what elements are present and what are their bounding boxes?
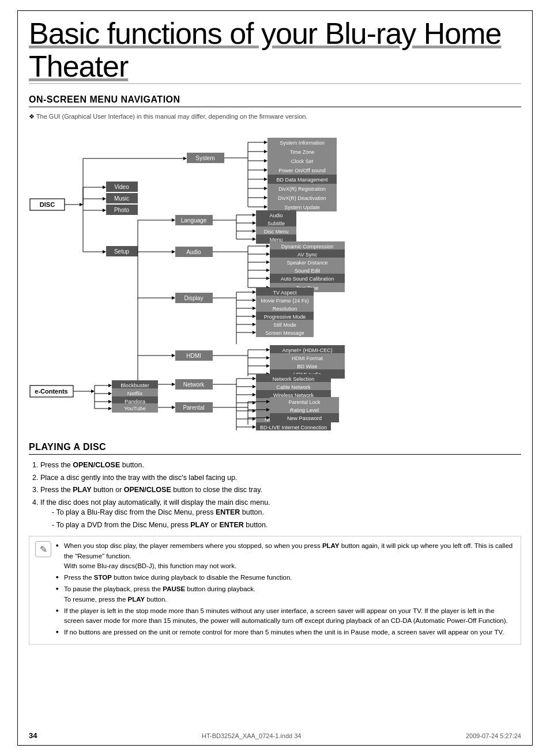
svg-marker-230 (108, 384, 112, 387)
svg-marker-124 (253, 290, 256, 294)
svg-marker-65 (172, 218, 175, 222)
svg-text:AV Sync: AV Sync (297, 252, 317, 258)
svg-text:Subtitle: Subtitle (268, 221, 285, 226)
playing-disc-section: PLAYING A DISC Press the OPEN/CLOSE butt… (29, 442, 521, 644)
svg-text:Screen Message: Screen Message (265, 330, 304, 336)
svg-marker-51 (264, 187, 268, 190)
svg-marker-136 (253, 315, 256, 318)
svg-text:Video: Video (114, 184, 129, 190)
on-screen-nav-section: ON-SCREEN MENU NAVIGATION ❖ The GUI (Gra… (29, 94, 521, 430)
svg-marker-144 (253, 331, 256, 334)
svg-text:Sound Edit: Sound Edit (295, 268, 321, 274)
svg-marker-31 (264, 141, 268, 144)
svg-text:Parental: Parental (183, 405, 204, 411)
svg-marker-227 (91, 390, 95, 393)
svg-marker-105 (266, 269, 270, 272)
svg-marker-97 (266, 252, 270, 256)
svg-marker-178 (253, 377, 256, 380)
svg-marker-109 (266, 277, 270, 280)
svg-text:System: System (195, 155, 214, 161)
note-3: To pause the playback, press the PAUSE b… (56, 584, 515, 604)
svg-text:Speaker Distance: Speaker Distance (287, 260, 327, 266)
notes-content: When you stop disc play, the player reme… (56, 541, 515, 639)
svg-text:Progressive Mode: Progressive Mode (264, 314, 306, 320)
svg-marker-132 (253, 307, 256, 310)
svg-text:Photo: Photo (114, 207, 130, 213)
svg-marker-186 (253, 393, 256, 396)
substep-dvd: To play a DVD from the Disc Menu, press … (52, 520, 521, 531)
svg-marker-234 (108, 392, 112, 395)
svg-marker-20 (103, 250, 106, 254)
svg-marker-149 (172, 354, 175, 357)
notes-list: When you stop disc play, the player reme… (56, 541, 515, 637)
step-2: Place a disc gently into the tray with t… (40, 473, 521, 483)
svg-marker-101 (266, 260, 270, 264)
svg-marker-202 (253, 425, 256, 429)
svg-text:Dynamic Compression: Dynamic Compression (281, 244, 334, 250)
svg-marker-43 (264, 168, 268, 172)
svg-marker-242 (108, 407, 112, 410)
svg-text:Anynet+ (HDMI-CEC): Anynet+ (HDMI-CEC) (282, 347, 333, 353)
svg-text:Clock Set: Clock Set (291, 158, 314, 164)
svg-marker-25 (183, 157, 187, 160)
svg-text:Resolution: Resolution (273, 306, 297, 312)
svg-marker-47 (264, 177, 268, 181)
page-number: 34 (29, 731, 37, 740)
svg-marker-60 (264, 205, 268, 209)
svg-text:Language: Language (181, 217, 207, 224)
svg-text:Disc Menu: Disc Menu (264, 229, 289, 235)
svg-text:BD-LIVE Internet Connection: BD-LIVE Internet Connection (260, 425, 327, 430)
svg-marker-159 (266, 356, 270, 360)
section-heading-nav: ON-SCREEN MENU NAVIGATION (29, 94, 521, 107)
svg-text:HDMI: HDMI (186, 353, 201, 359)
svg-marker-118 (172, 296, 175, 300)
svg-marker-207 (172, 406, 175, 409)
svg-text:Audio: Audio (186, 249, 201, 255)
page-footer: 34 HT-BD3252A_XAA_0724-1.indd 34 2009-07… (29, 731, 521, 740)
note-5: If no buttons are pressed on the unit or… (56, 628, 515, 637)
svg-text:Network Selection: Network Selection (273, 376, 315, 382)
svg-text:Time Zone: Time Zone (290, 149, 315, 155)
svg-marker-140 (253, 323, 256, 326)
page-title: Basic functions of your Blu-ray Home The… (29, 17, 521, 84)
note-4: If the player is left in the stop mode m… (56, 606, 515, 626)
svg-text:Cable Network: Cable Network (276, 384, 311, 390)
note-2: Press the STOP button twice during playb… (56, 573, 515, 583)
step-4-substeps: To play a Blu-Ray disc from the Disc Men… (52, 508, 521, 530)
svg-marker-3 (80, 203, 83, 206)
section-heading-playing: PLAYING A DISC (29, 442, 521, 455)
svg-text:Network: Network (183, 381, 205, 388)
svg-marker-71 (253, 213, 256, 217)
note-icon: ✎ (35, 541, 51, 557)
svg-text:YouTube: YouTube (124, 405, 145, 411)
note-1: When you stop disc play, the player reme… (56, 541, 515, 571)
playing-steps-list: Press the OPEN/CLOSE button. Place a dis… (40, 460, 521, 530)
svg-marker-6 (103, 186, 106, 189)
nav-note: ❖ The GUI (Graphical User Interface) in … (29, 113, 521, 120)
svg-marker-182 (253, 385, 256, 388)
svg-marker-75 (253, 221, 256, 225)
svg-text:BD Data Management: BD Data Management (276, 177, 328, 183)
svg-marker-155 (266, 348, 270, 351)
svg-text:Power On/Off sound: Power On/Off sound (278, 168, 325, 173)
svg-text:e-Contents: e-Contents (35, 388, 67, 395)
menu-tree-diagram: DISC Video Music Photo (29, 125, 521, 430)
step-3: Press the PLAY button or OPEN/CLOSE butt… (40, 485, 521, 496)
svg-text:Auto Sound Calibration: Auto Sound Calibration (281, 276, 334, 282)
svg-text:DISC: DISC (40, 201, 55, 208)
svg-marker-83 (253, 237, 256, 241)
svg-text:BD Wise: BD Wise (297, 364, 317, 369)
svg-marker-87 (172, 250, 175, 254)
svg-marker-39 (264, 159, 268, 162)
svg-text:System Information: System Information (280, 140, 325, 146)
svg-marker-11 (103, 197, 106, 201)
svg-marker-128 (253, 298, 256, 302)
svg-text:System Update: System Update (284, 205, 320, 210)
svg-text:New Password: New Password (287, 415, 322, 421)
svg-text:Still Mode: Still Mode (273, 322, 296, 328)
substep-bluray: To play a Blu-Ray disc from the Disc Men… (52, 508, 521, 518)
svg-text:Display: Display (184, 295, 204, 301)
svg-text:Audio: Audio (269, 213, 282, 218)
svg-marker-55 (264, 196, 268, 199)
svg-text:DivX(R) Deactivation: DivX(R) Deactivation (278, 195, 326, 201)
